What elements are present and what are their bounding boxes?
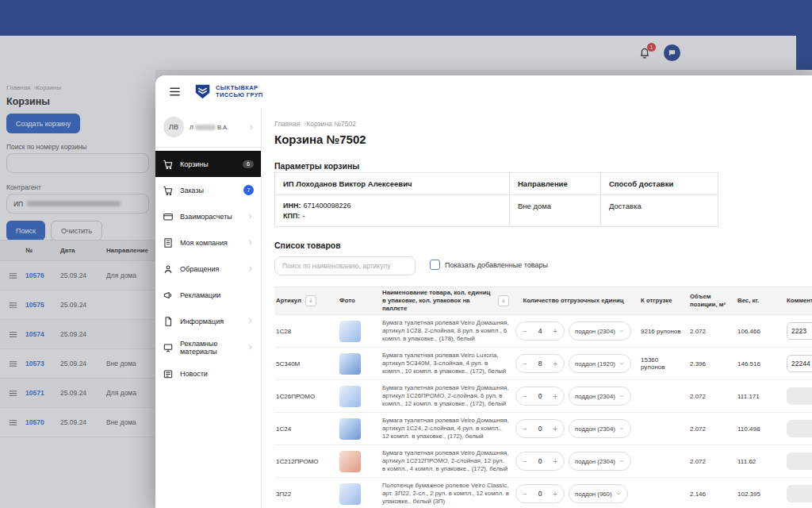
quantity-stepper[interactable]: − 0 + — [515, 387, 565, 406]
megaphone-icon — [163, 290, 174, 301]
header-to-ship: К отгрузке — [641, 297, 690, 305]
breadcrumb: Главная Корзина №7502 — [274, 120, 356, 128]
client-name: ИП Лоходанов Виктор Алексеевич — [275, 173, 510, 195]
monitor-icon — [163, 342, 174, 353]
decrement-button[interactable]: − — [523, 327, 527, 336]
cart-params-title: Параметры корзины — [274, 161, 359, 171]
product-article: 3П22 — [274, 491, 339, 498]
show-added-toggle[interactable]: Показать добавленные товары — [430, 260, 548, 270]
arrow-down-icon — [308, 298, 314, 304]
to-ship-value: 15360 рулонов — [641, 356, 690, 371]
unit-value: поддон (2304) — [575, 393, 615, 400]
sidebar-item-carts[interactable]: Корзины 6 — [155, 151, 261, 177]
direction-value: Вне дома — [510, 195, 601, 226]
comment-input — [787, 452, 812, 470]
delivery-method-value: Доставка — [601, 195, 718, 226]
weight-value: 146.516 — [737, 360, 787, 368]
decrement-button[interactable]: − — [523, 490, 527, 498]
decrement-button[interactable]: − — [523, 392, 527, 401]
product-article: 5С340М — [274, 360, 339, 368]
chevron-down-icon — [619, 328, 625, 334]
product-photo[interactable] — [339, 418, 361, 440]
page-title: Корзина №7502 — [274, 133, 366, 146]
company-logo[interactable]: СЫКТЫВКАР ТИССЬЮ ГРУП — [194, 83, 263, 101]
product-name: Бумага туалетная ролевая Veiro Luxoria, … — [382, 352, 515, 375]
product-article: 1С212ПРОМО — [274, 458, 339, 465]
client-ids: ИНН:671400098226 КПП:- — [275, 195, 510, 226]
unit-select[interactable]: поддон (2304) — [569, 387, 631, 406]
direction-header: Направление — [510, 173, 601, 195]
header-weight: Вес, кг. — [737, 297, 787, 305]
product-photo[interactable] — [339, 483, 361, 505]
sort-button[interactable] — [498, 295, 509, 306]
product-photo[interactable] — [339, 321, 361, 342]
sidebar-menu: Корзины 6 Заказы 7 Взаиморасчеты Моя ком… — [155, 148, 261, 387]
product-photo[interactable] — [339, 353, 361, 375]
sidebar-item-news[interactable]: Новости — [155, 360, 261, 387]
show-added-checkbox[interactable] — [430, 260, 440, 270]
quantity-stepper[interactable]: − 0 + — [515, 419, 565, 438]
comment-input[interactable] — [787, 355, 812, 372]
cart-window: СЫКТЫВКАР ТИССЬЮ ГРУП ЛВ Л В.А. Корзины — [155, 75, 812, 508]
weight-value: 102.395 — [737, 491, 787, 498]
sidebar-item-requests[interactable]: Обращения — [155, 256, 261, 282]
unit-value: поддон (2304) — [575, 425, 615, 433]
chevron-right-icon — [247, 124, 255, 131]
sidebar-item-promo-materials[interactable]: Рекламные материалы — [155, 334, 261, 360]
increment-button[interactable]: + — [553, 490, 557, 498]
sidebar-item-information[interactable]: Информация — [155, 308, 261, 334]
weight-value: 111.171 — [737, 393, 787, 400]
product-photo[interactable] — [339, 451, 361, 472]
chevron-right-icon — [247, 265, 254, 272]
carts-count-badge: 6 — [243, 160, 254, 168]
increment-button[interactable]: + — [553, 392, 557, 401]
comment-input — [787, 420, 812, 437]
sidebar-item-label: Новости — [180, 370, 208, 378]
quantity-stepper[interactable]: − 0 + — [515, 452, 565, 471]
product-photo[interactable] — [339, 386, 361, 407]
volume-value: 2.072 — [690, 458, 737, 465]
decrement-button[interactable]: − — [523, 425, 527, 433]
decrement-button[interactable]: − — [523, 360, 527, 368]
menu-toggle-button[interactable] — [168, 85, 182, 98]
sidebar-item-orders[interactable]: Заказы 7 — [155, 177, 261, 203]
sidebar-item-my-company[interactable]: Моя компания — [155, 229, 261, 256]
increment-button[interactable]: + — [553, 327, 557, 336]
sidebar-item-settlements[interactable]: Взаиморасчеты — [155, 203, 261, 229]
quantity-stepper[interactable]: − 8 + — [515, 354, 565, 373]
redacted-text — [195, 125, 216, 130]
sidebar-item-claims[interactable]: Рекламации — [155, 282, 261, 308]
chevron-right-icon — [247, 318, 254, 325]
unit-select[interactable]: поддон (2304) — [569, 419, 631, 438]
comment-input[interactable] — [787, 322, 812, 340]
decrement-button[interactable]: − — [523, 457, 527, 466]
cart-params-table: ИП Лоходанов Виктор Алексеевич Направлен… — [274, 172, 718, 227]
unit-select[interactable]: поддон (2304) — [569, 452, 631, 471]
chevron-right-icon — [247, 213, 254, 220]
user-menu[interactable]: ЛВ Л В.А. — [155, 107, 261, 148]
logo-shield-icon — [194, 83, 211, 101]
quantity-stepper[interactable]: − 0 + — [515, 484, 565, 503]
sidebar-item-label: Информация — [180, 318, 224, 325]
volume-value: 2.396 — [690, 360, 737, 368]
window-header: СЫКТЫВКАР ТИССЬЮ ГРУП — [155, 75, 812, 107]
increment-button[interactable]: + — [553, 360, 557, 368]
product-row: 1С28 Бумага туалетная ролевая Veiro Дома… — [274, 315, 812, 348]
volume-value: 2.146 — [690, 491, 737, 498]
arrow-down-icon — [500, 298, 507, 304]
unit-select[interactable]: поддон (960) — [569, 484, 628, 503]
header-comment: Комментарий — [787, 297, 812, 305]
quantity-value: 0 — [538, 392, 542, 400]
quantity-value: 0 — [538, 490, 542, 498]
increment-button[interactable]: + — [553, 457, 557, 466]
quantity-stepper[interactable]: − 4 + — [515, 321, 565, 341]
unit-select[interactable]: поддон (1920) — [569, 354, 631, 373]
product-name: Полотенце бумажное ролевое Veiro Classic… — [382, 482, 515, 506]
product-search-input[interactable] — [274, 256, 416, 275]
volume-value: 2.072 — [690, 328, 737, 335]
unit-select[interactable]: поддон (2304) — [569, 321, 631, 341]
breadcrumb-home[interactable]: Главная — [274, 120, 300, 128]
increment-button[interactable]: + — [553, 425, 557, 433]
sort-button[interactable] — [305, 295, 316, 306]
comment-input — [787, 387, 812, 405]
